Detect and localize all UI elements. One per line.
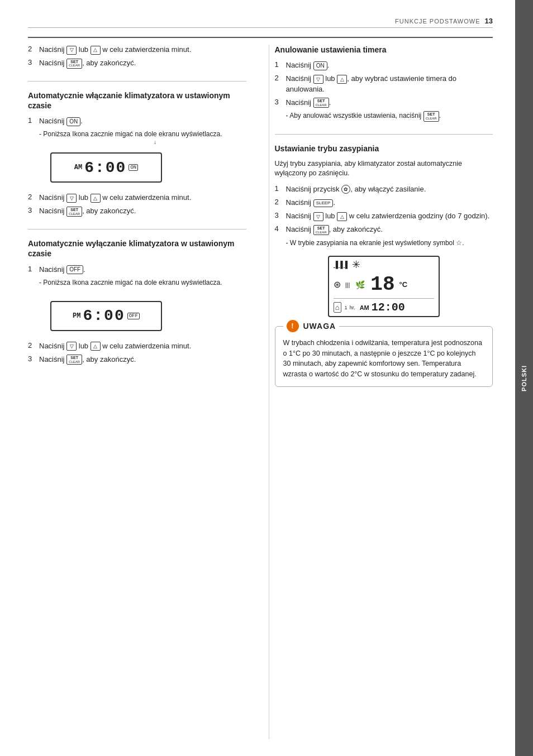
btn-on-1[interactable]: ON bbox=[66, 117, 80, 126]
sleep-hr-label: 1 bbox=[345, 305, 348, 310]
btn-down-2[interactable]: ▽ bbox=[66, 194, 77, 203]
btn-down-3[interactable]: ▽ bbox=[66, 342, 77, 351]
am-display-inner: AM 6:00 ON bbox=[74, 159, 138, 176]
btn-down-5[interactable]: ▽ bbox=[313, 212, 323, 221]
section-sleep: Ustawianie trybu zasypiania Użyj trybu z… bbox=[275, 143, 493, 387]
intro-step-3: 3 Naciśnij SETCLEAR, aby zakończyć. bbox=[28, 58, 246, 69]
uwaga-icon: ! bbox=[287, 320, 299, 332]
on-badge: ON bbox=[129, 164, 138, 171]
step-num: 2 bbox=[28, 193, 39, 201]
auto-on-step-1: 1 Naciśnij ON. bbox=[28, 116, 246, 126]
sleep-top-row: ▐▐▐ ✳ bbox=[334, 259, 434, 271]
auto-off-step-2: 2 Naciśnij ▽ lub △ w celu zatwierdzenia … bbox=[28, 341, 246, 351]
step-2-content: Naciśnij ▽ lub △ w celu zatwierdzenia mi… bbox=[39, 45, 246, 55]
divider-2 bbox=[28, 229, 246, 229]
leaf-icon: 🌿 bbox=[355, 280, 365, 289]
top-divider bbox=[28, 37, 493, 38]
step-num: 4 bbox=[275, 224, 286, 233]
sleep-display-panel: ▐▐▐ ✳ ⊛ ||| 🌿 18 °C bbox=[328, 256, 440, 317]
section-auto-off-title: Automatycznie wyłączanie klimatyzatora w… bbox=[28, 238, 246, 259]
step-num: 1 bbox=[28, 116, 39, 125]
btn-power[interactable]: ✿ bbox=[341, 185, 350, 194]
step-content: Naciśnij SETCLEAR, aby zakończyć. bbox=[39, 355, 246, 365]
btn-up-5[interactable]: △ bbox=[337, 212, 347, 221]
sleep-hr-text: hr. bbox=[350, 305, 355, 310]
divider-3 bbox=[275, 134, 493, 135]
btn-set-clear-3[interactable]: SETCLEAR bbox=[66, 355, 82, 365]
sleep-moon-icon: ⌂ bbox=[334, 302, 341, 313]
step-3-content: Naciśnij SETCLEAR, aby zakończyć. bbox=[39, 58, 246, 69]
auto-on-step-2: 2 Naciśnij ▽ lub △ w celu zatwierdzenia … bbox=[28, 193, 246, 203]
step-num: 2 bbox=[275, 74, 286, 82]
off-badge: OFF bbox=[127, 313, 140, 319]
btn-up-3[interactable]: △ bbox=[91, 342, 101, 351]
anulowanie-step-2: 2 Naciśnij ▽ lub △, aby wybrać ustawieni… bbox=[275, 74, 493, 94]
anulowanie-step-3-note: - Aby anulować wszystkie ustawienia, nac… bbox=[286, 111, 493, 121]
pm-display-wrapper: PM 6:00 OFF bbox=[39, 295, 162, 337]
step-content: Naciśnij ▽ lub △ w celu zatwierdzenia go… bbox=[286, 211, 493, 221]
step-num: 3 bbox=[275, 98, 286, 106]
btn-set-clear-4[interactable]: SETCLEAR bbox=[313, 98, 329, 108]
step-content: Naciśnij ON. bbox=[286, 60, 493, 70]
anulowanie-step-3: 3 Naciśnij SETCLEAR. bbox=[275, 98, 493, 108]
sleep-mid-row: ⊛ ||| 🌿 18 °C bbox=[334, 273, 434, 296]
pm-label: PM bbox=[73, 312, 80, 320]
section-sleep-title: Ustawianie trybu zasypiania bbox=[275, 143, 493, 154]
sleep-am-label: AM bbox=[360, 304, 369, 311]
btn-set-clear-2[interactable]: SETCLEAR bbox=[66, 207, 82, 217]
step-num: 2 bbox=[275, 198, 286, 206]
btn-sleep[interactable]: SLEEP bbox=[313, 199, 334, 207]
step-num-2: 2 bbox=[28, 45, 39, 53]
step-content: Naciśnij przycisk ✿, aby włączyć zasilan… bbox=[286, 184, 493, 194]
step-content: Naciśnij ▽ lub △ w celu zatwierdzenia mi… bbox=[39, 193, 246, 203]
step-num: 3 bbox=[28, 206, 39, 214]
btn-on-2[interactable]: ON bbox=[313, 61, 327, 70]
btn-up-2[interactable]: △ bbox=[91, 194, 101, 203]
btn-set-clear-5[interactable]: SETCLEAR bbox=[423, 111, 439, 121]
fan-icon: ⊛ bbox=[334, 279, 341, 290]
step-content: Naciśnij ON. bbox=[39, 116, 246, 126]
auto-on-step-1-note: - Poniższa Ikona zacznie migać na dole e… bbox=[39, 130, 246, 139]
am-display-panel: AM 6:00 ON bbox=[50, 152, 162, 183]
pm-display-panel: PM 6:00 OFF bbox=[50, 301, 162, 331]
auto-off-step-1: 1 Naciśnij OFF. bbox=[28, 265, 246, 275]
left-column: 2 Naciśnij ▽ lub △ w celu zatwierdzenia … bbox=[28, 45, 252, 739]
snowflake-icon: ✳ bbox=[352, 259, 360, 271]
intro-steps-section: 2 Naciśnij ▽ lub △ w celu zatwierdzenia … bbox=[28, 45, 246, 69]
btn-set-clear-1[interactable]: SETCLEAR bbox=[66, 59, 82, 69]
intro-step-2: 2 Naciśnij ▽ lub △ w celu zatwierdzenia … bbox=[28, 45, 246, 55]
page-header: FUNKCJE PODSTAWOWE 13 bbox=[28, 17, 493, 28]
section-anulowanie-title: Anulowanie ustawienia timera bbox=[275, 45, 493, 55]
am-label: AM bbox=[74, 164, 82, 171]
section-anulowanie: Anulowanie ustawienia timera 1 Naciśnij … bbox=[275, 45, 493, 122]
step-content: Naciśnij ▽ lub △ w celu zatwierdzenia mi… bbox=[39, 341, 246, 351]
btn-set-clear-6[interactable]: SETCLEAR bbox=[313, 225, 329, 235]
btn-off-1[interactable]: OFF bbox=[66, 265, 83, 274]
divider-1 bbox=[28, 81, 246, 82]
step-content: Naciśnij ▽ lub △, aby wybrać ustawienie … bbox=[286, 74, 493, 94]
page-number: 13 bbox=[485, 17, 493, 25]
am-display-wrapper: ↓ AM 6:00 ON bbox=[39, 147, 162, 188]
sleep-bottom-row: ⌂ 1 hr. AM 12:00 bbox=[334, 298, 434, 314]
uwaga-text: W trybach chłodzenia i odwilżania, tempe… bbox=[283, 338, 485, 380]
sleep-step-4-note: - W trybie zasypiania na ekranie jest wy… bbox=[286, 238, 493, 248]
btn-up-4[interactable]: △ bbox=[337, 75, 347, 84]
step-num: 3 bbox=[28, 355, 39, 363]
step-content: Naciśnij SETCLEAR, aby zakończyć. bbox=[286, 224, 493, 235]
wind-bars: ||| bbox=[345, 281, 350, 288]
pm-time: 6:00 bbox=[83, 307, 125, 324]
sleep-display-wrapper: ▐▐▐ ✳ ⊛ ||| 🌿 18 °C bbox=[328, 256, 440, 317]
two-col-layout: 2 Naciśnij ▽ lub △ w celu zatwierdzenia … bbox=[28, 45, 493, 739]
btn-down-1[interactable]: ▽ bbox=[66, 46, 77, 55]
section-auto-on-title: Automatycznie włączanie klimatyzatora w … bbox=[28, 90, 246, 111]
sleep-time: 12:00 bbox=[372, 301, 405, 314]
btn-down-4[interactable]: ▽ bbox=[313, 75, 323, 84]
step-content: Naciśnij OFF. bbox=[39, 265, 246, 275]
btn-up-1[interactable]: △ bbox=[91, 46, 101, 55]
sleep-step-2: 2 Naciśnij SLEEP. bbox=[275, 198, 493, 208]
uwaga-title: UWAGA bbox=[303, 322, 336, 331]
step-content: Naciśnij SLEEP. bbox=[286, 198, 493, 208]
step-num: 3 bbox=[275, 211, 286, 219]
auto-off-step-1-note: - Poniższa Ikona zacznie migać na dole e… bbox=[39, 278, 246, 288]
step-content: Naciśnij SETCLEAR, aby zakończyć. bbox=[39, 206, 246, 217]
